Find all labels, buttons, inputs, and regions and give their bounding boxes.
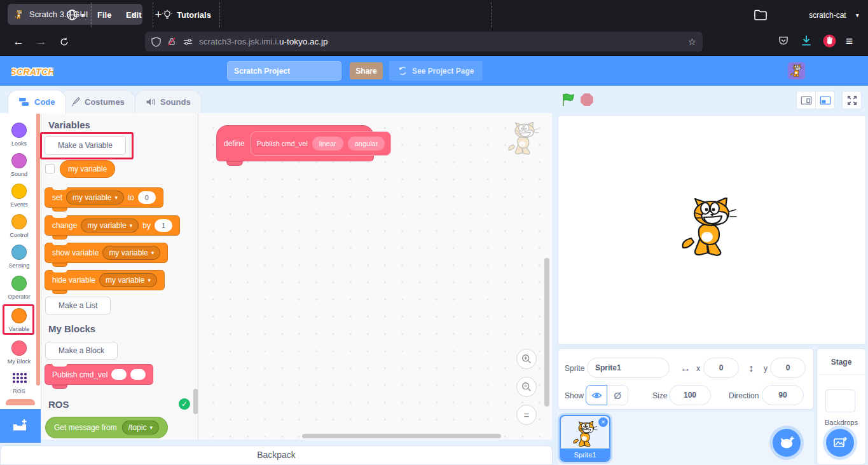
publish-cmd-vel-prototype[interactable]: Publish cmd_vel linear angular	[251, 131, 392, 156]
menubar-divider	[91, 3, 92, 27]
shield-icon[interactable]	[151, 37, 161, 47]
category-clipped-item	[6, 399, 35, 405]
scratch-logo[interactable]: SCRATCH	[11, 61, 53, 81]
palette-scrollbar[interactable]	[193, 389, 198, 414]
tab-favicon-cat-icon	[14, 10, 24, 20]
variable-dropdown[interactable]: my variable	[99, 273, 157, 287]
argument-slot[interactable]	[130, 369, 146, 380]
add-extension-icon	[12, 419, 29, 434]
size-input[interactable]	[669, 385, 711, 405]
param-linear[interactable]: linear	[312, 137, 343, 151]
my-variable-reporter-block[interactable]: my variable	[60, 160, 115, 178]
blocker-extension-icon[interactable]	[823, 34, 836, 50]
sensing-color-dot	[11, 245, 27, 260]
variable-dropdown[interactable]: my variable	[81, 219, 139, 232]
sprite-delete-icon[interactable]: ×	[598, 417, 608, 427]
value-input[interactable]: 1	[155, 219, 172, 232]
x-position-input[interactable]	[703, 358, 739, 378]
y-position-input[interactable]	[770, 358, 806, 378]
add-backdrop-button[interactable]	[826, 429, 854, 457]
sprite-thumbnail-sprite1[interactable]: × Sprite1	[560, 415, 610, 462]
show-variable-block[interactable]: show variable my variable	[45, 243, 168, 263]
argument-slot[interactable]	[111, 369, 127, 380]
zoom-out-button[interactable]	[516, 377, 537, 397]
hide-sprite-button[interactable]: Ø	[607, 385, 628, 405]
tab-costumes[interactable]: Costumes	[60, 90, 135, 114]
category-ros[interactable]: ROS	[2, 370, 36, 394]
project-name-input[interactable]	[227, 61, 341, 81]
category-control[interactable]: Control	[2, 214, 36, 238]
url-bar[interactable]: scratch3-ros.jsk.imi.i.u-tokyo.ac.jp ☆	[145, 32, 703, 51]
zoom-reset-button[interactable]: =	[516, 405, 537, 425]
stop-button[interactable]	[581, 93, 593, 106]
category-events[interactable]: Events	[2, 184, 36, 208]
y-position-icon: ↕	[748, 363, 754, 374]
variable-monitor-checkbox[interactable]	[45, 164, 55, 173]
category-variable[interactable]: Variable	[2, 308, 36, 332]
category-looks[interactable]: Looks	[2, 123, 36, 147]
publish-cmd-vel-block[interactable]: Publish cmd_vel	[45, 364, 153, 385]
set-variable-block[interactable]: set my variable to 0	[45, 187, 163, 208]
category-sensing[interactable]: Sensing	[2, 245, 36, 269]
tab-sounds[interactable]: Sounds	[135, 90, 202, 114]
backdrop-thumbnail[interactable]	[825, 389, 855, 412]
language-selector[interactable]: ▾	[66, 0, 85, 30]
category-scrollbar[interactable]	[36, 95, 40, 386]
menu-edit[interactable]: Edit	[126, 0, 142, 30]
large-stage-layout-button[interactable]	[815, 91, 835, 109]
add-extension-button[interactable]	[0, 409, 41, 443]
permissions-icon[interactable]	[183, 37, 193, 47]
add-sprite-button[interactable]	[773, 429, 801, 457]
zoom-in-button[interactable]	[516, 349, 537, 369]
menu-icon[interactable]: ≡	[846, 34, 853, 48]
change-variable-block[interactable]: change my variable by 1	[45, 215, 180, 236]
account-menu-caret[interactable]: ▾	[856, 0, 859, 30]
make-block-button[interactable]: Make a Block	[45, 342, 118, 360]
stage-selector-panel[interactable]: Stage Backdrops	[816, 348, 866, 465]
pocket-icon[interactable]	[777, 34, 790, 50]
reload-button[interactable]	[55, 33, 74, 51]
downloads-icon[interactable]	[800, 34, 813, 50]
bookmark-star-icon[interactable]: ☆	[688, 36, 696, 48]
insecure-lock-icon[interactable]	[167, 36, 177, 47]
param-angular[interactable]: angular	[348, 137, 385, 151]
value-input[interactable]: 0	[138, 191, 156, 204]
forward-button[interactable]: →	[32, 33, 51, 51]
direction-label: Direction	[729, 391, 759, 400]
file-folder-icon[interactable]	[754, 0, 768, 30]
category-sound[interactable]: Sound	[2, 153, 36, 177]
direction-input[interactable]	[762, 385, 804, 405]
account-avatar[interactable]	[788, 62, 805, 79]
variables-section-header: Variables	[48, 119, 90, 130]
menu-file[interactable]: File	[97, 0, 111, 30]
topic-dropdown[interactable]: /topic	[122, 421, 159, 435]
fullscreen-button[interactable]	[842, 91, 862, 109]
hide-variable-block[interactable]: hide variable my variable	[45, 270, 165, 290]
code-workspace[interactable]: define Publish cmd_vel linear angular =	[198, 113, 552, 440]
backpack-bar[interactable]: Backpack	[0, 445, 553, 465]
define-hat-block[interactable]: define Publish cmd_vel linear angular	[216, 125, 374, 161]
small-stage-layout-button[interactable]	[796, 91, 816, 109]
green-flag-button[interactable]	[561, 93, 575, 107]
stage-canvas[interactable]	[558, 115, 866, 345]
share-button[interactable]: Share	[350, 62, 383, 79]
back-button[interactable]: ←	[9, 33, 28, 51]
make-variable-button[interactable]: Make a Variable	[45, 136, 126, 155]
sprite-name-input[interactable]	[587, 358, 670, 378]
variable-dropdown[interactable]: my variable	[66, 191, 124, 205]
menu-tutorials[interactable]: Tutorials	[162, 0, 211, 30]
svg-text:SCRATCH: SCRATCH	[11, 67, 53, 77]
account-username[interactable]: scratch-cat	[809, 0, 846, 30]
get-message-from-block[interactable]: Get message from /topic	[45, 417, 168, 438]
tab-code[interactable]: Code	[8, 90, 66, 114]
variable-dropdown[interactable]: my variable	[102, 246, 160, 260]
show-sprite-button[interactable]	[586, 385, 607, 405]
category-operator[interactable]: Operator	[2, 276, 36, 300]
workspace-horizontal-scrollbar[interactable]	[302, 434, 501, 438]
workspace-vertical-scrollbar[interactable]	[544, 258, 549, 407]
make-list-button[interactable]: Make a List	[45, 297, 111, 314]
looks-color-dot	[11, 123, 27, 138]
category-my-block[interactable]: My Block	[2, 340, 36, 365]
see-project-page-button[interactable]: See Project Page	[389, 61, 483, 81]
stage-sprite-cat[interactable]	[679, 196, 742, 262]
